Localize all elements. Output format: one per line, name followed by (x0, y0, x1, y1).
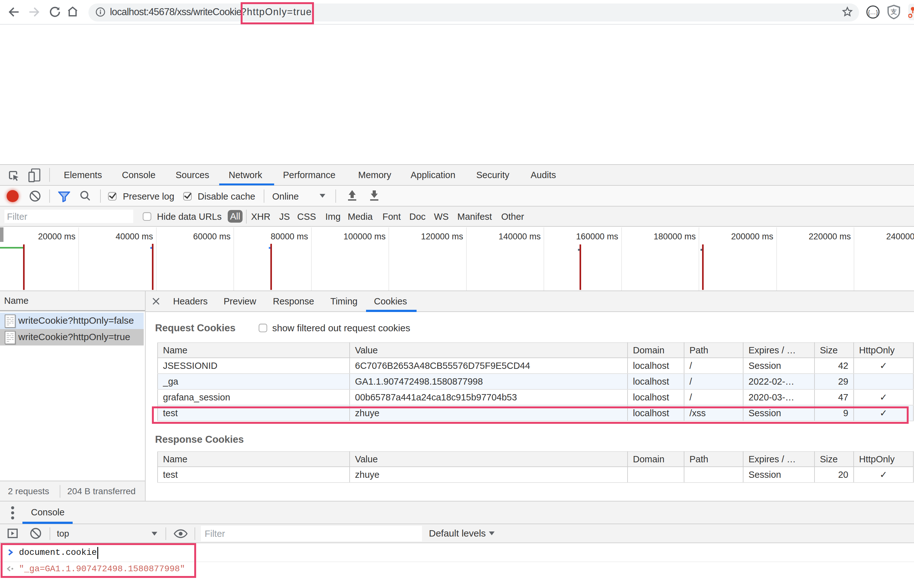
svg-text:支: 支 (890, 8, 897, 15)
svg-text:{…}: {…} (868, 9, 878, 16)
